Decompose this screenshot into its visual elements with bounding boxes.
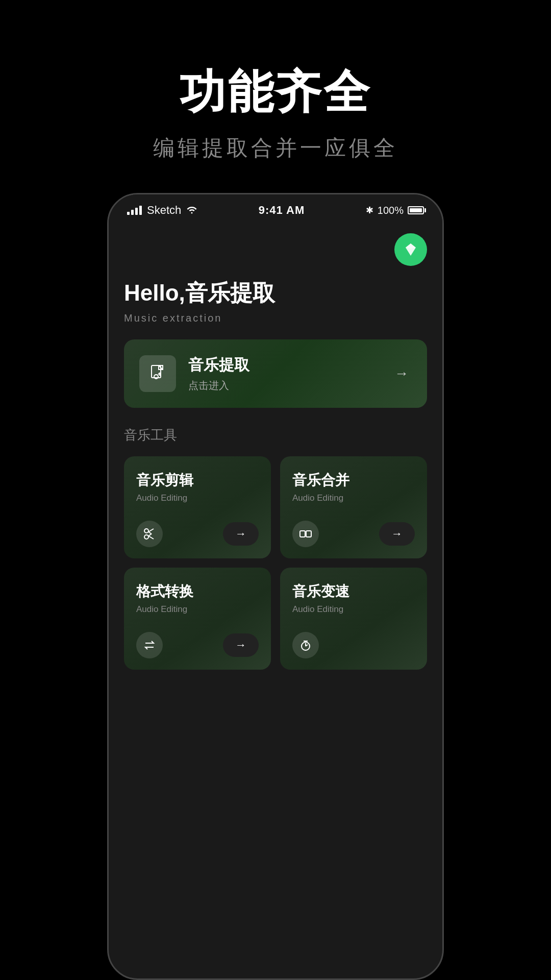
hello-section: Hello,音乐提取 Music extraction (124, 278, 427, 324)
extract-card-title: 音乐提取 (188, 355, 249, 376)
extract-card-arrow: → (391, 363, 412, 384)
svg-rect-2 (152, 365, 161, 378)
tool-subtitle-3: Audio Editing (136, 604, 259, 615)
tool-subtitle-1: Audio Editing (136, 493, 259, 503)
svg-marker-1 (406, 243, 416, 249)
status-left: Sketch (127, 204, 197, 217)
tool-card-header-1: 音乐剪辑 Audio Editing (136, 471, 259, 503)
tool-title-2: 音乐合并 (292, 471, 415, 490)
tool-card-format-convert[interactable]: 格式转换 Audio Editing → (124, 568, 271, 670)
hello-subtitle: Music extraction (124, 312, 427, 324)
music-file-icon (139, 355, 176, 392)
battery-percent: 100% (378, 205, 404, 216)
scissors-icon (136, 521, 163, 547)
tool-card-header-4: 音乐变速 Audio Editing (292, 582, 415, 615)
phone-frame: Sketch 9:41 AM ✱ 100% (107, 193, 444, 980)
svg-point-7 (144, 529, 148, 533)
tool-card-header-2: 音乐合并 Audio Editing (292, 471, 415, 503)
tool-title-1: 音乐剪辑 (136, 471, 259, 490)
tool-card-header-3: 格式转换 Audio Editing (136, 582, 259, 615)
battery-icon (408, 206, 424, 214)
vip-diamond-icon (403, 241, 419, 258)
svg-line-9 (148, 529, 154, 532)
tools-section-title: 音乐工具 (124, 426, 427, 444)
music-file-svg (147, 363, 168, 384)
tool-card-audio-editing[interactable]: 音乐剪辑 Audio Editing → (124, 456, 271, 558)
convert-icon (136, 632, 163, 658)
svg-line-12 (148, 534, 152, 536)
page-subtitle: 编辑提取合并一应俱全 (153, 134, 398, 162)
tool-arrow-btn-2[interactable]: → (379, 522, 415, 546)
app-content: Hello,音乐提取 Music extraction 音乐提取 (109, 223, 442, 685)
tool-card-footer-4 (292, 632, 415, 658)
tool-title-3: 格式转换 (136, 582, 259, 601)
carrier-label: Sketch (147, 204, 181, 217)
tool-card-footer-1: → (136, 521, 259, 547)
tool-arrow-btn-3[interactable]: → (223, 633, 259, 657)
tool-subtitle-2: Audio Editing (292, 493, 415, 503)
svg-point-8 (144, 535, 148, 539)
svg-rect-13 (300, 531, 305, 537)
bluetooth-icon: ✱ (366, 205, 373, 216)
tool-card-footer-2: → (292, 521, 415, 547)
tool-arrow-btn-1[interactable]: → (223, 522, 259, 546)
extract-card[interactable]: 音乐提取 点击进入 → (124, 339, 427, 408)
extract-card-left: 音乐提取 点击进入 (139, 355, 249, 393)
status-time: 9:41 AM (259, 204, 305, 217)
svg-line-10 (148, 536, 154, 539)
status-right: ✱ 100% (366, 205, 424, 216)
signal-icon (127, 206, 142, 215)
tool-card-audio-speed[interactable]: 音乐变速 Audio Editing (280, 568, 427, 670)
hello-title: Hello,音乐提取 (124, 278, 427, 308)
vip-badge[interactable] (394, 233, 427, 266)
tools-grid: 音乐剪辑 Audio Editing → (124, 456, 427, 670)
page-header: 功能齐全 编辑提取合并一应俱全 (153, 61, 398, 162)
wifi-icon (186, 205, 197, 216)
tool-subtitle-4: Audio Editing (292, 604, 415, 615)
tool-card-audio-merge[interactable]: 音乐合并 Audio Editing → (280, 456, 427, 558)
extract-card-text: 音乐提取 点击进入 (188, 355, 249, 393)
speed-icon (292, 632, 319, 658)
extract-card-subtitle: 点击进入 (188, 379, 249, 393)
status-bar: Sketch 9:41 AM ✱ 100% (109, 194, 442, 223)
tool-title-4: 音乐变速 (292, 582, 415, 601)
page-title: 功能齐全 (153, 61, 398, 124)
tool-card-footer-3: → (136, 632, 259, 658)
merge-icon (292, 521, 319, 547)
svg-rect-14 (306, 531, 311, 537)
